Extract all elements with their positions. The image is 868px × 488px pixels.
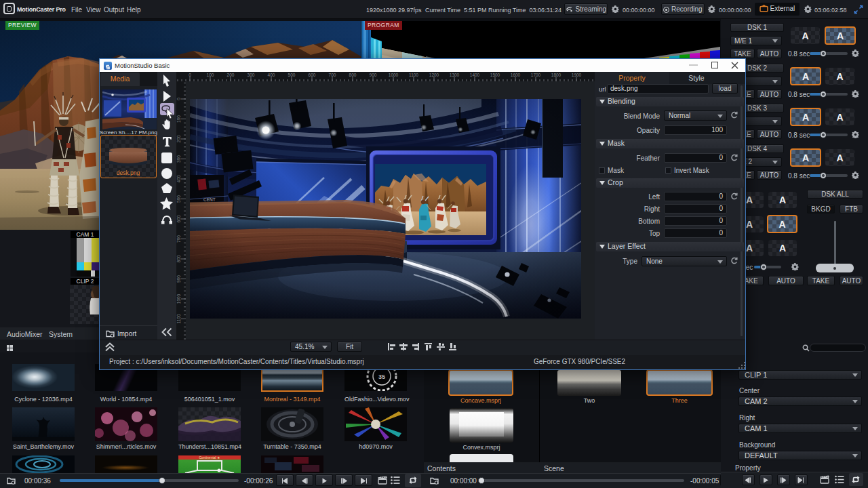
svg-text:1000: 1000: [176, 293, 181, 304]
svg-text:1400: 1400: [470, 73, 480, 77]
svg-text:800: 800: [349, 73, 357, 77]
svg-text:800: 800: [176, 255, 181, 262]
svg-text:100: 100: [176, 115, 181, 123]
svg-text:0: 0: [189, 73, 191, 77]
svg-text:1100: 1100: [409, 73, 418, 77]
svg-text:Continental ★: Continental ★: [199, 455, 220, 460]
svg-text:1800: 1800: [551, 73, 561, 77]
svg-text:700: 700: [176, 235, 181, 243]
svg-text:200: 200: [176, 135, 181, 142]
svg-text:200: 200: [227, 73, 235, 77]
svg-text:400: 400: [176, 175, 181, 182]
svg-text:100: 100: [207, 73, 214, 77]
svg-text:700: 700: [329, 73, 336, 77]
svg-text:400: 400: [268, 73, 275, 77]
svg-text:1500: 1500: [490, 73, 500, 77]
svg-text:1000: 1000: [389, 73, 399, 77]
svg-text:1200: 1200: [429, 73, 439, 77]
svg-text:1600: 1600: [511, 73, 521, 77]
svg-text:0: 0: [176, 98, 181, 100]
svg-text:500: 500: [176, 195, 181, 203]
svg-text:500: 500: [288, 73, 296, 77]
svg-text:900: 900: [176, 275, 181, 283]
svg-text:900: 900: [370, 73, 377, 77]
svg-text:600: 600: [309, 73, 316, 77]
svg-text:300: 300: [248, 73, 255, 77]
svg-text:1900: 1900: [572, 73, 582, 77]
svg-text:35: 35: [378, 373, 385, 380]
svg-text:1700: 1700: [531, 73, 541, 77]
svg-text:1100: 1100: [176, 314, 181, 323]
svg-text:600: 600: [176, 215, 181, 222]
svg-text:1300: 1300: [450, 73, 460, 77]
svg-text:300: 300: [176, 155, 181, 163]
